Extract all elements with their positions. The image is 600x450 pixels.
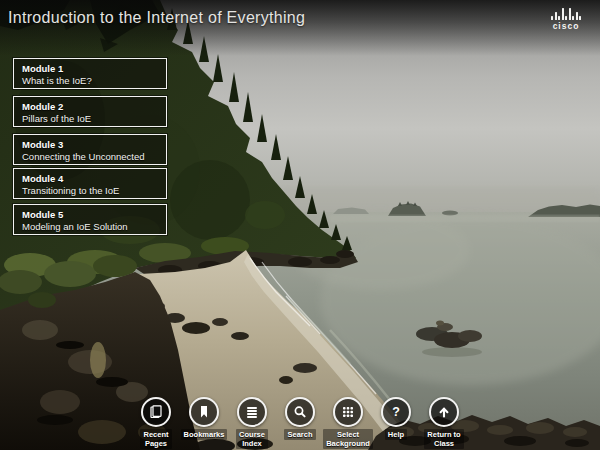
module-subtitle: Modeling an IoE Solution [22, 221, 166, 233]
page-title: Introduction to the Internet of Everythi… [8, 9, 305, 27]
toolbar-label: Bookmarks [181, 429, 228, 440]
svg-text:?: ? [392, 405, 400, 419]
module-button-5[interactable]: Module 5 Modeling an IoE Solution [13, 204, 167, 235]
search-icon [285, 397, 315, 427]
toolbar-label: Help [385, 429, 407, 440]
module-title: Module 1 [22, 63, 166, 74]
toolbar-button-help[interactable]: ? Help [372, 397, 420, 449]
bookmark-icon [189, 397, 219, 427]
module-title: Module 2 [22, 101, 166, 112]
toolbar-label: Select Background [323, 429, 373, 449]
module-button-3[interactable]: Module 3 Connecting the Unconnected [13, 134, 167, 165]
list-lines-icon [237, 397, 267, 427]
toolbar-button-select-background[interactable]: Select Background [324, 397, 372, 449]
up-arrow-icon [429, 397, 459, 427]
grid-dots-icon [333, 397, 363, 427]
toolbar-button-course-index[interactable]: Course Index [228, 397, 276, 449]
toolbar-label: Return to Class [424, 429, 463, 449]
book-pages-icon [141, 397, 171, 427]
cisco-logo-text: cisco [544, 21, 588, 31]
toolbar-label: Recent Pages [140, 429, 171, 449]
toolbar-button-search[interactable]: Search [276, 397, 324, 449]
module-subtitle: Pillars of the IoE [22, 113, 166, 125]
toolbar-label: Course Index [236, 429, 268, 449]
module-title: Module 4 [22, 173, 166, 184]
toolbar-button-recent-pages[interactable]: Recent Pages [132, 397, 180, 449]
module-title: Module 3 [22, 139, 166, 150]
module-subtitle: What is the IoE? [22, 75, 166, 87]
module-title: Module 5 [22, 209, 166, 220]
header-bar: Introduction to the Internet of Everythi… [0, 0, 600, 56]
module-button-1[interactable]: Module 1 What is the IoE? [13, 58, 167, 89]
toolbar-button-return-to-class[interactable]: Return to Class [420, 397, 468, 449]
cisco-logo: cisco [544, 7, 588, 31]
cisco-logo-bars-icon [544, 7, 588, 20]
question-mark-icon: ? [381, 397, 411, 427]
module-subtitle: Transitioning to the IoE [22, 185, 166, 197]
module-button-2[interactable]: Module 2 Pillars of the IoE [13, 96, 167, 127]
course-home-screen: Introduction to the Internet of Everythi… [0, 0, 600, 450]
module-subtitle: Connecting the Unconnected [22, 151, 166, 163]
toolbar-label: Search [284, 429, 315, 440]
toolbar-button-bookmarks[interactable]: Bookmarks [180, 397, 228, 449]
module-button-4[interactable]: Module 4 Transitioning to the IoE [13, 168, 167, 199]
bottom-toolbar: Recent Pages Bookmarks Course Index Sear… [132, 397, 468, 449]
